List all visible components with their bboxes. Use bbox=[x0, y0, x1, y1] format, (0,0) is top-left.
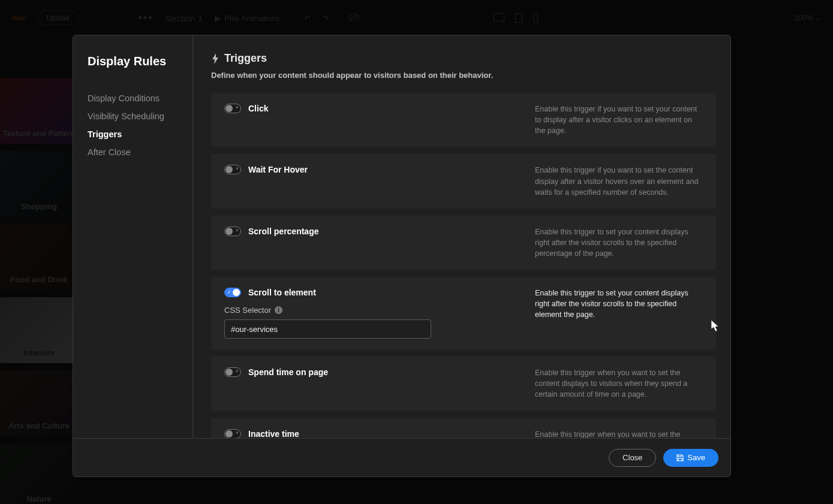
trigger-left: ×✓Click bbox=[224, 104, 521, 136]
nav-item-after-close[interactable]: After Close bbox=[88, 147, 178, 157]
trigger-head: ×✓Wait For Hover bbox=[224, 165, 521, 174]
trigger-help-text: Enable this trigger if you want to set y… bbox=[535, 104, 703, 136]
content-description: Define when your content should appear t… bbox=[211, 71, 712, 80]
trigger-title: Scroll percentage bbox=[248, 227, 319, 236]
trigger-help-text: Enable this trigger when you want to set… bbox=[535, 367, 703, 400]
trigger-title: Click bbox=[248, 104, 268, 113]
trigger-left: ×✓Wait For Hover bbox=[224, 165, 521, 197]
save-button[interactable]: Save bbox=[663, 449, 718, 467]
trigger-left: ×✓Spend time on page bbox=[224, 367, 521, 400]
nav-item-triggers[interactable]: Triggers bbox=[88, 129, 178, 139]
modal-footer: Close Save bbox=[73, 438, 730, 476]
triggers-list[interactable]: ×✓ClickEnable this trigger if you want t… bbox=[211, 93, 727, 438]
trigger-head: ×✓Spend time on page bbox=[224, 367, 521, 377]
lightning-icon bbox=[211, 53, 219, 64]
trigger-head: ×✓Scroll to element bbox=[224, 288, 521, 297]
trigger-title: Wait For Hover bbox=[248, 165, 308, 174]
trigger-card-wait-for-hover: ×✓Wait For HoverEnable this trigger if y… bbox=[211, 154, 716, 208]
trigger-help-text: Enable this trigger when you want to set… bbox=[535, 429, 703, 439]
trigger-head: ×✓Inactive time bbox=[224, 429, 521, 439]
trigger-toggle[interactable]: ×✓ bbox=[224, 227, 241, 236]
trigger-toggle[interactable]: ×✓ bbox=[224, 288, 241, 297]
trigger-help-text: Enable this trigger to set your content … bbox=[535, 288, 703, 339]
trigger-left: ×✓Scroll percentage bbox=[224, 227, 521, 259]
modal-title: Display Rules bbox=[88, 55, 178, 68]
trigger-toggle[interactable]: ×✓ bbox=[224, 165, 241, 174]
content-heading-text: Triggers bbox=[224, 52, 267, 65]
trigger-title: Scroll to element bbox=[248, 288, 316, 297]
css-selector-input[interactable] bbox=[224, 319, 431, 339]
nav-item-display-conditions[interactable]: Display Conditions bbox=[88, 93, 178, 103]
trigger-help-text: Enable this trigger to set your content … bbox=[535, 227, 703, 259]
nav-item-visibility-scheduling[interactable]: Visibility Scheduling bbox=[88, 111, 178, 121]
trigger-left: ×✓Inactive time bbox=[224, 429, 521, 439]
save-button-label: Save bbox=[687, 453, 705, 462]
display-rules-modal: Display Rules Display ConditionsVisibili… bbox=[73, 35, 731, 477]
trigger-left: ×✓Scroll to elementCSS Selectori bbox=[224, 288, 521, 339]
trigger-body: CSS Selectori bbox=[224, 306, 521, 339]
field-label: CSS Selectori bbox=[224, 306, 521, 315]
close-button[interactable]: Close bbox=[609, 449, 656, 467]
trigger-card-click: ×✓ClickEnable this trigger if you want t… bbox=[211, 93, 716, 147]
trigger-title: Inactive time bbox=[248, 429, 299, 439]
trigger-toggle[interactable]: ×✓ bbox=[224, 367, 241, 377]
trigger-card-inactive-time: ×✓Inactive timeEnable this trigger when … bbox=[211, 418, 716, 439]
trigger-toggle[interactable]: ×✓ bbox=[224, 104, 241, 113]
trigger-head: ×✓Click bbox=[224, 104, 521, 113]
modal-content: Triggers Define when your content should… bbox=[193, 35, 730, 438]
field-label-text: CSS Selector bbox=[224, 306, 271, 315]
trigger-help-text: Enable this trigger if you want to set t… bbox=[535, 165, 703, 197]
modal-body: Display Rules Display ConditionsVisibili… bbox=[73, 35, 730, 438]
trigger-card-scroll-to-element: ×✓Scroll to elementCSS SelectoriEnable t… bbox=[211, 277, 716, 349]
trigger-toggle[interactable]: ×✓ bbox=[224, 429, 241, 439]
modal-sidebar: Display Rules Display ConditionsVisibili… bbox=[73, 35, 193, 438]
trigger-title: Spend time on page bbox=[248, 367, 328, 377]
modal-nav: Display ConditionsVisibility SchedulingT… bbox=[88, 93, 178, 157]
trigger-card-spend-time-on-page: ×✓Spend time on pageEnable this trigger … bbox=[211, 357, 716, 411]
trigger-head: ×✓Scroll percentage bbox=[224, 227, 521, 236]
save-icon bbox=[676, 454, 684, 461]
content-heading: Triggers bbox=[211, 52, 712, 65]
info-icon[interactable]: i bbox=[275, 306, 282, 314]
trigger-card-scroll-percentage: ×✓Scroll percentageEnable this trigger t… bbox=[211, 216, 716, 270]
